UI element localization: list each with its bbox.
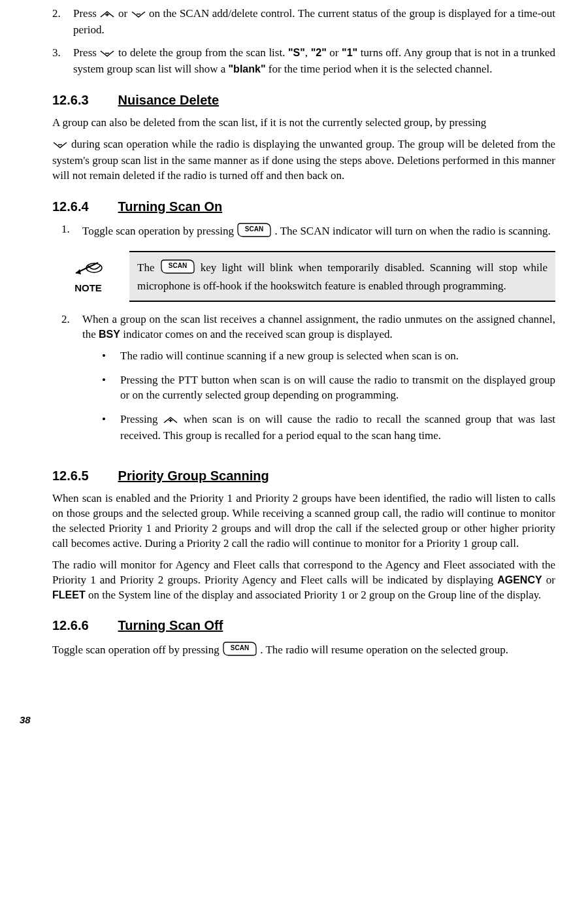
text: or bbox=[118, 7, 131, 20]
svg-text:SCAN: SCAN bbox=[231, 644, 249, 651]
text: to delete the group from the scan list. bbox=[118, 46, 288, 59]
section-number: 12.6.4 bbox=[52, 198, 114, 216]
bullet-item: • Pressing the PTT button when scan is o… bbox=[102, 373, 555, 403]
text: Pressing bbox=[120, 413, 163, 425]
text: Pressing the PTT button when scan is on … bbox=[120, 373, 555, 403]
page-number: 38 bbox=[20, 713, 555, 727]
text: or bbox=[327, 46, 342, 59]
text: when scan is on will cause the radio to … bbox=[120, 413, 555, 442]
bold-s: "S" bbox=[288, 47, 305, 58]
text: key light will blink when temporarily di… bbox=[137, 261, 547, 292]
list-text: Press to delete the group from the scan … bbox=[73, 46, 555, 77]
numbered-list: 1. Toggle scan operation by pressing SCA… bbox=[52, 222, 555, 242]
svg-text:SCAN: SCAN bbox=[245, 225, 263, 233]
scan-key-icon: SCAN bbox=[222, 641, 257, 661]
list-item-2: 2. Press or on the SCAN add/delete contr… bbox=[52, 7, 555, 38]
bold-2: "2" bbox=[311, 47, 327, 58]
section-heading-1264: 12.6.4 Turning Scan On bbox=[52, 198, 555, 216]
text: The radio will continue scanning if a ne… bbox=[120, 349, 555, 364]
section-number: 12.6.5 bbox=[52, 467, 114, 485]
bullet-item: • The radio will continue scanning if a … bbox=[102, 349, 555, 364]
bold-blank: "blank" bbox=[229, 63, 266, 74]
numbered-list-continued: 2. Press or on the SCAN add/delete contr… bbox=[52, 7, 555, 77]
list-number: 3. bbox=[52, 46, 73, 77]
note-block: NOTE The SCAN key light will blink when … bbox=[52, 251, 555, 302]
bold-1: "1" bbox=[342, 47, 357, 58]
note-label: NOTE bbox=[74, 282, 102, 295]
bullet-marker: • bbox=[102, 349, 120, 364]
list-text: When a group on the scan list receives a… bbox=[82, 312, 555, 453]
list-text: Toggle scan operation by pressing SCAN .… bbox=[82, 222, 555, 242]
bullet-item: • Pressing when scan is on will cause th… bbox=[102, 412, 555, 444]
list-number: 1. bbox=[61, 222, 82, 242]
down-minus-icon bbox=[131, 8, 146, 23]
list-item-3: 3. Press to delete the group from the sc… bbox=[52, 46, 555, 77]
note-label-area: NOTE bbox=[52, 251, 129, 302]
svg-text:SCAN: SCAN bbox=[168, 262, 186, 269]
down-minus-icon bbox=[52, 139, 68, 154]
down-minus-icon bbox=[99, 47, 115, 62]
list-number: 2. bbox=[52, 7, 73, 38]
text: on the System line of the display and as… bbox=[86, 589, 542, 601]
paragraph: A group can also be deleted from the sca… bbox=[52, 116, 555, 131]
scan-key-icon: SCAN bbox=[160, 259, 195, 279]
text: Toggle scan operation off by pressing bbox=[52, 644, 222, 656]
section-heading-1266: 12.6.6 Turning Scan Off bbox=[52, 617, 555, 634]
paragraph: during scan operation while the radio is… bbox=[52, 137, 555, 184]
text: during scan operation while the radio is… bbox=[52, 138, 555, 182]
text: indicator comes on and the received scan… bbox=[120, 328, 393, 340]
text: A group can also be deleted from the sca… bbox=[52, 116, 486, 129]
list-item-1: 1. Toggle scan operation by pressing SCA… bbox=[61, 222, 555, 242]
bullet-marker: • bbox=[102, 412, 120, 444]
section-title: Turning Scan On bbox=[118, 199, 223, 214]
section-number: 12.6.6 bbox=[52, 617, 114, 634]
bold-bsy: BSY bbox=[99, 329, 120, 340]
bullet-list: • The radio will continue scanning if a … bbox=[82, 349, 555, 444]
up-plus-icon bbox=[163, 414, 178, 429]
note-content: The SCAN key light will blink when tempo… bbox=[129, 251, 555, 302]
numbered-list: 2. When a group on the scan list receive… bbox=[52, 312, 555, 453]
text: . The radio will resume operation on the… bbox=[260, 644, 508, 656]
paragraph: The radio will monitor for Agency and Fl… bbox=[52, 558, 555, 603]
text: , bbox=[305, 46, 311, 59]
bold-fleet: FLEET bbox=[52, 589, 86, 600]
list-text: Press or on the SCAN add/delete control.… bbox=[73, 7, 555, 38]
text: The bbox=[137, 261, 160, 274]
bold-agency: AGENCY bbox=[497, 574, 542, 585]
text: or bbox=[542, 574, 555, 586]
paragraph: Toggle scan operation off by pressing SC… bbox=[52, 641, 555, 661]
text: The radio will monitor for Agency and Fl… bbox=[52, 559, 555, 586]
section-title: Nuisance Delete bbox=[118, 93, 220, 107]
section-number: 12.6.3 bbox=[52, 91, 114, 109]
paragraph: When scan is enabled and the Priority 1 … bbox=[52, 491, 555, 551]
text: . The SCAN indicator will turn on when t… bbox=[275, 225, 551, 237]
text: Press bbox=[73, 7, 99, 20]
section-title: Priority Group Scanning bbox=[118, 468, 269, 483]
bullet-marker: • bbox=[102, 373, 120, 403]
text: Toggle scan operation by pressing bbox=[82, 225, 237, 237]
bullet-text: Pressing when scan is on will cause the … bbox=[120, 412, 555, 444]
scan-key-icon: SCAN bbox=[237, 222, 272, 242]
section-title: Turning Scan Off bbox=[118, 618, 223, 632]
section-heading-1265: 12.6.5 Priority Group Scanning bbox=[52, 467, 555, 485]
text: Press bbox=[73, 46, 99, 59]
list-item-2: 2. When a group on the scan list receive… bbox=[61, 312, 555, 453]
text: for the time period when it is the selec… bbox=[269, 63, 493, 75]
section-heading-1263: 12.6.3 Nuisance Delete bbox=[52, 91, 555, 109]
list-number: 2. bbox=[61, 312, 82, 453]
note-pencil-icon bbox=[72, 259, 105, 282]
up-plus-icon bbox=[99, 8, 115, 23]
